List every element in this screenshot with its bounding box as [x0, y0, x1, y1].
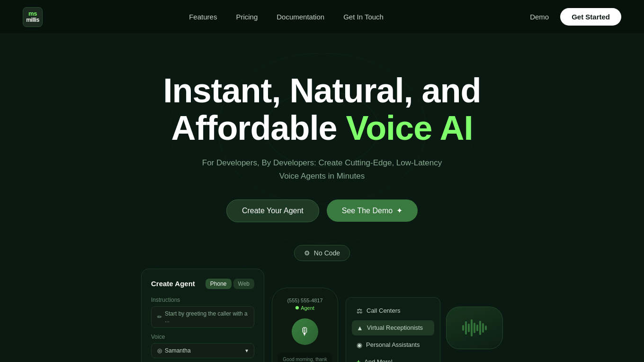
hero-subtitle-line2: Voice Agents in Minutes	[279, 172, 365, 181]
voice-value: Samantha	[165, 347, 191, 354]
logo[interactable]: ms millis	[23, 7, 43, 27]
card-header: Create Agent Phone Web	[151, 279, 254, 289]
assistants-label: Personal Assistants	[366, 341, 420, 348]
wave-bar-5	[474, 323, 475, 333]
phone-mockup: (555) 555-4817 Agent 🎙 Good morning, tha…	[272, 288, 338, 362]
tab-web[interactable]: Web	[233, 279, 254, 289]
nav-link-features[interactable]: Features	[189, 13, 217, 21]
tab-group: Phone Web	[206, 279, 254, 289]
chevron-down-icon: ▾	[245, 347, 248, 354]
preview-area: Create Agent Phone Web Instructions ✏ St…	[0, 269, 644, 362]
online-indicator	[295, 306, 299, 309]
nav-links: Features Pricing Documentation Get In To…	[189, 13, 384, 21]
wave-bar-1	[462, 325, 464, 331]
plus-icon: +	[357, 358, 360, 362]
badge-area: ⚙ No Code	[0, 245, 644, 261]
use-case-call-centers: ⚖ Call Centers	[352, 303, 434, 318]
nav-link-pricing[interactable]: Pricing	[236, 13, 258, 21]
phone-message: Good morning, thank you for calling John…	[278, 353, 332, 362]
use-case-personal-assistants: ◉ Personal Assistants	[352, 337, 434, 353]
hero-title-line2-prefix: Affordable	[171, 109, 346, 147]
pencil-icon: ✏	[157, 314, 162, 320]
instructions-input[interactable]: ✏ Start by greeting the caller with a ..…	[151, 306, 254, 328]
location-icon: ◎	[157, 347, 162, 354]
see-demo-label: See The Demo	[342, 207, 393, 215]
hero-title-accent: Voice AI	[346, 109, 473, 147]
navbar: ms millis Features Pricing Documentation…	[0, 0, 644, 34]
mic-button[interactable]: 🎙	[292, 318, 318, 345]
hero-title: Instant, Natural, and Affordable Voice A…	[0, 72, 644, 147]
instructions-label: Instructions	[151, 297, 254, 303]
get-started-button[interactable]: Get Started	[560, 8, 621, 26]
receptionists-icon: ▲	[357, 324, 363, 332]
logo-millis: millis	[26, 17, 39, 23]
hero-subtitle-line1: For Developers, By Developers: Create Cu…	[202, 158, 442, 167]
nav-right: Demo Get Started	[530, 8, 621, 26]
tab-phone[interactable]: Phone	[206, 279, 232, 289]
nav-item-pricing[interactable]: Pricing	[236, 13, 258, 21]
see-demo-button[interactable]: See The Demo ✦	[327, 199, 418, 222]
nav-link-documentation[interactable]: Documentation	[277, 13, 324, 21]
nav-item-features[interactable]: Features	[189, 13, 217, 21]
hero-section: Instant, Natural, and Affordable Voice A…	[0, 34, 644, 222]
receptionists-label: Virtual Receptionists	[367, 324, 423, 331]
create-agent-card: Create Agent Phone Web Instructions ✏ St…	[141, 269, 264, 362]
nav-link-contact[interactable]: Get In Touch	[343, 13, 384, 21]
instructions-placeholder: Start by greeting the caller with a ...	[165, 310, 248, 324]
secondary-phone-mockup	[446, 307, 503, 349]
logo-ms: ms	[28, 10, 37, 17]
card-title: Create Agent	[151, 280, 195, 288]
call-centers-icon: ⚖	[357, 307, 363, 315]
more-label: And More!	[364, 358, 393, 362]
no-code-badge: ⚙ No Code	[294, 245, 350, 261]
use-cases-panel: ⚖ Call Centers ▲ Virtual Receptionists ◉…	[346, 297, 440, 362]
hero-buttons: Create Your Agent See The Demo ✦	[0, 199, 644, 222]
voice-select[interactable]: ◎ Samantha ▾	[151, 343, 254, 358]
nav-item-documentation[interactable]: Documentation	[277, 13, 324, 21]
wave-bar-2	[465, 321, 467, 335]
audio-wave	[451, 318, 498, 337]
nav-demo-link[interactable]: Demo	[530, 13, 549, 21]
hero-subtitle: For Developers, By Developers: Create Cu…	[0, 156, 644, 182]
nav-item-contact[interactable]: Get In Touch	[343, 13, 384, 21]
agent-label: Agent	[301, 305, 314, 311]
use-case-more: + And More!	[352, 354, 434, 362]
call-centers-label: Call Centers	[367, 307, 401, 314]
wave-bar-3	[468, 324, 470, 332]
wave-bar-9	[485, 326, 487, 330]
gear-icon: ⚙	[304, 249, 310, 257]
create-agent-button[interactable]: Create Your Agent	[226, 199, 319, 222]
hero-title-line1: Instant, Natural, and	[163, 72, 481, 109]
no-code-label: No Code	[314, 249, 340, 257]
logo-box: ms millis	[23, 7, 43, 27]
agent-status: Agent	[278, 305, 332, 311]
sparkle-icon: ✦	[396, 206, 402, 215]
voice-label: Voice	[151, 334, 254, 340]
wave-bar-6	[476, 325, 478, 331]
wave-bar-8	[482, 323, 484, 333]
phone-number-display: (555) 555-4817	[278, 298, 332, 303]
assistants-icon: ◉	[357, 341, 362, 349]
wave-bar-7	[479, 321, 481, 335]
use-case-virtual-receptionists: ▲ Virtual Receptionists	[352, 320, 434, 335]
wave-bar-4	[471, 319, 473, 336]
